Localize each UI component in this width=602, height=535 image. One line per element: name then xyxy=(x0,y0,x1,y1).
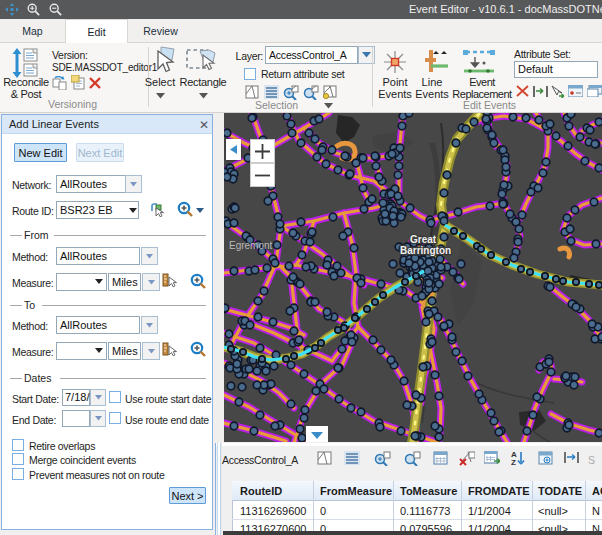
svg-text:Barrington: Barrington xyxy=(400,245,451,256)
svg-text:Egremont: Egremont xyxy=(229,240,273,251)
svg-text:Great: Great xyxy=(410,234,437,245)
svg-text:Z: Z xyxy=(511,458,516,466)
